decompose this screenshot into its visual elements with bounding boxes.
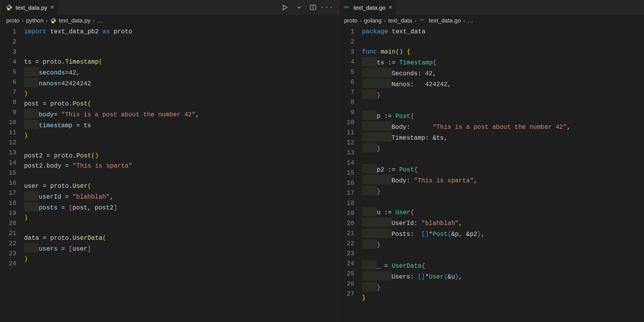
chevron-right-icon: ›: [93, 17, 95, 24]
tab-filename: text_data.py: [16, 4, 47, 11]
svg-text:-GO: -GO: [419, 19, 424, 21]
python-icon: [5, 4, 12, 11]
svg-text:-GO: -GO: [343, 5, 349, 9]
tab-file[interactable]: text_data.py ×: [2, 0, 58, 15]
tab-bar: text_data.py × ···: [0, 0, 338, 15]
breadcrumb-segment[interactable]: golang: [364, 17, 381, 24]
breadcrumb-segment[interactable]: -GO text_data.go: [419, 17, 461, 24]
code-editor[interactable]: 123456789101112131415161718192021222324 …: [0, 27, 338, 322]
breadcrumb-segment[interactable]: text_data.py: [50, 17, 91, 24]
go-icon: -GO: [343, 4, 350, 11]
tab-bar: -GO text_data.go ×: [338, 0, 644, 15]
python-icon: [50, 17, 56, 24]
breadcrumb[interactable]: proto › golang › text_data › -GO text_da…: [338, 15, 644, 27]
breadcrumb-segment[interactable]: …: [468, 17, 473, 24]
chevron-down-icon[interactable]: [295, 3, 303, 12]
line-gutter: 123456789101112131415161718192021222324: [0, 27, 24, 322]
line-gutter: 1234567891011121314151617181920212223242…: [338, 27, 362, 322]
tab-file[interactable]: -GO text_data.go ×: [339, 0, 396, 15]
chevron-right-icon: ›: [46, 17, 48, 24]
breadcrumb[interactable]: proto › python › text_data.py › …: [0, 15, 338, 27]
split-editor-icon[interactable]: [309, 3, 317, 12]
chevron-right-icon: ›: [360, 17, 362, 24]
chevron-right-icon: ›: [463, 17, 465, 24]
breadcrumb-segment[interactable]: …: [97, 17, 103, 24]
editor-pane-right: -GO text_data.go × proto › golang › text…: [338, 0, 644, 322]
tab-filename: text_data.go: [353, 4, 386, 11]
breadcrumb-segment[interactable]: text_data: [388, 17, 412, 24]
tab-actions: ···: [281, 3, 338, 12]
code-content[interactable]: import text_data_pb2 as proto ts = proto…: [24, 27, 338, 322]
code-editor[interactable]: 1234567891011121314151617181920212223242…: [338, 27, 644, 322]
chevron-right-icon: ›: [22, 17, 24, 24]
breadcrumb-segment[interactable]: proto: [6, 17, 19, 24]
go-icon: -GO: [419, 17, 426, 24]
run-icon[interactable]: [281, 3, 289, 12]
editor-pane-left: text_data.py × ··· proto › python › text…: [0, 0, 338, 322]
code-content[interactable]: package text_data func main() {ts := Tim…: [362, 27, 644, 322]
chevron-right-icon: ›: [384, 17, 386, 24]
close-icon[interactable]: ×: [389, 4, 392, 11]
close-icon[interactable]: ×: [50, 4, 54, 11]
breadcrumb-segment[interactable]: python: [26, 17, 44, 24]
breadcrumb-segment[interactable]: proto: [344, 17, 357, 24]
more-icon[interactable]: ···: [323, 3, 331, 12]
chevron-right-icon: ›: [414, 17, 416, 24]
